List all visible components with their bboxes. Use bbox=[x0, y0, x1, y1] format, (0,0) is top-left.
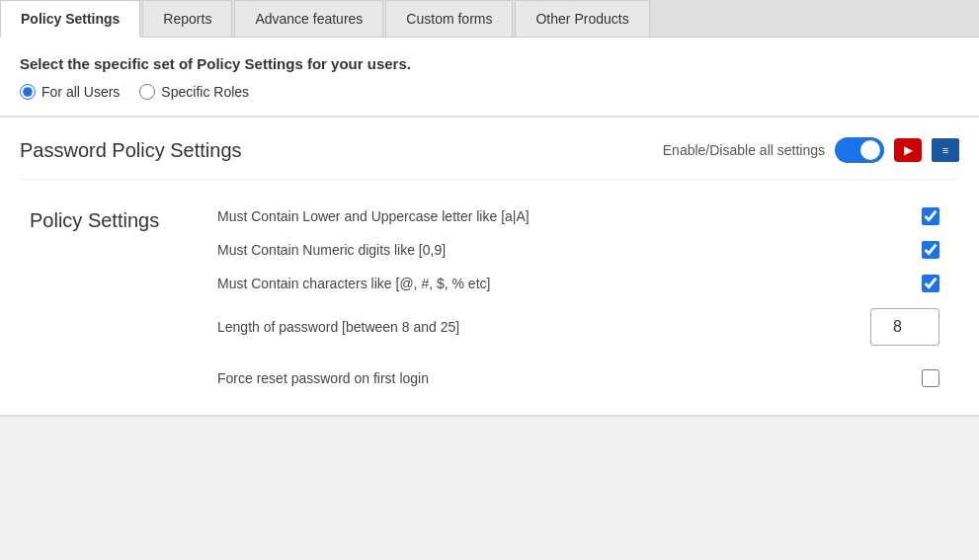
radio-specific-roles-label: Specific Roles bbox=[161, 84, 249, 100]
checkbox-lowercase-uppercase[interactable] bbox=[922, 207, 939, 225]
policy-section: Password Policy Settings Enable/Disable … bbox=[0, 118, 979, 415]
row-force-reset-text: Force reset password on first login bbox=[217, 370, 429, 386]
row-numeric-digits: Must Contain Numeric digits like [0,9] bbox=[217, 233, 939, 267]
doc-button[interactable]: ≡ bbox=[932, 138, 959, 162]
row-lowercase-uppercase-control bbox=[922, 207, 939, 225]
radio-all-users[interactable]: For all Users bbox=[20, 84, 120, 100]
checkbox-force-reset[interactable] bbox=[922, 369, 939, 387]
radio-all-users-label: For all Users bbox=[41, 84, 120, 100]
policy-header: Password Policy Settings Enable/Disable … bbox=[20, 137, 959, 180]
tab-bar: Policy Settings Reports Advance features… bbox=[0, 0, 979, 38]
select-heading: Select the specific set of Policy Settin… bbox=[20, 55, 959, 72]
select-section: Select the specific set of Policy Settin… bbox=[0, 38, 979, 118]
policy-left: Policy Settings bbox=[20, 200, 217, 395]
bottom-divider bbox=[0, 415, 979, 417]
policy-left-label: Policy Settings bbox=[30, 209, 159, 232]
tab-reports[interactable]: Reports bbox=[142, 0, 232, 37]
policy-body: Policy Settings Must Contain Lower and U… bbox=[20, 180, 959, 415]
row-special-chars-control bbox=[922, 275, 939, 292]
row-force-reset-control bbox=[922, 369, 939, 387]
checkbox-special-chars[interactable] bbox=[922, 275, 939, 292]
row-force-reset: Force reset password on first login bbox=[217, 361, 939, 395]
tab-custom-forms[interactable]: Custom forms bbox=[385, 0, 513, 37]
row-password-length: Length of password [between 8 and 25] bbox=[217, 300, 939, 354]
youtube-button[interactable]: ▶ bbox=[894, 138, 922, 162]
password-length-input[interactable] bbox=[870, 308, 939, 346]
enable-label: Enable/Disable all settings bbox=[663, 142, 825, 158]
radio-specific-roles-input[interactable] bbox=[139, 84, 155, 100]
row-lowercase-uppercase-text: Must Contain Lower and Uppercase letter … bbox=[217, 208, 530, 224]
row-lowercase-uppercase: Must Contain Lower and Uppercase letter … bbox=[217, 200, 939, 233]
tab-advance-features[interactable]: Advance features bbox=[234, 0, 383, 37]
toggle-slider bbox=[835, 137, 884, 163]
row-special-chars-text: Must Contain characters like [@, #, $, %… bbox=[217, 276, 490, 291]
row-special-chars: Must Contain characters like [@, #, $, %… bbox=[217, 267, 939, 300]
enable-toggle[interactable] bbox=[835, 137, 884, 163]
header-right: Enable/Disable all settings ▶ ≡ bbox=[663, 137, 959, 163]
tab-policy-settings[interactable]: Policy Settings bbox=[0, 0, 140, 38]
radio-group: For all Users Specific Roles bbox=[20, 84, 959, 100]
radio-specific-roles[interactable]: Specific Roles bbox=[139, 84, 249, 100]
main-content: Select the specific set of Policy Settin… bbox=[0, 38, 979, 417]
checkbox-numeric-digits[interactable] bbox=[922, 241, 939, 259]
tab-other-products[interactable]: Other Products bbox=[515, 0, 649, 37]
row-password-length-text: Length of password [between 8 and 25] bbox=[217, 319, 459, 335]
policy-title: Password Policy Settings bbox=[20, 139, 242, 162]
policy-right: Must Contain Lower and Uppercase letter … bbox=[217, 200, 959, 395]
row-password-length-control bbox=[870, 308, 939, 346]
radio-all-users-input[interactable] bbox=[20, 84, 36, 100]
row-numeric-digits-text: Must Contain Numeric digits like [0,9] bbox=[217, 242, 446, 258]
row-numeric-digits-control bbox=[922, 241, 939, 259]
